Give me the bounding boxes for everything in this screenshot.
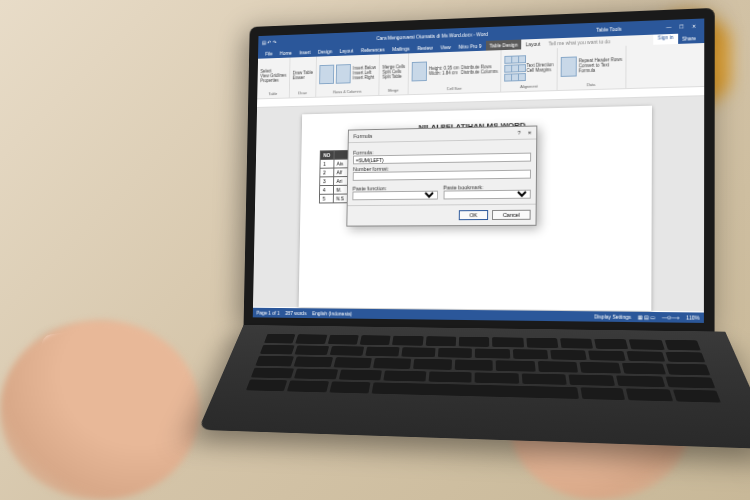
document-area[interactable]: NILAI PELATIHAN MS WORD NF COMPUTER NOJU… [253,96,704,311]
language-status[interactable]: English (Indonesia) [312,310,352,316]
align-mr[interactable] [518,64,526,72]
word-count[interactable]: 287 words [285,310,306,316]
minimize-button[interactable]: — [663,24,675,31]
properties-button[interactable]: Properties [260,78,286,84]
align-tr[interactable] [519,55,527,63]
left-hand [0,320,200,500]
insert-above-button[interactable] [336,64,351,84]
distribute-columns-button[interactable]: Distribute Columns [461,68,498,74]
paste-function-select[interactable] [352,191,437,201]
formula-button[interactable]: Formula [578,67,622,73]
group-cell-size: Height: 0.35 cm Width: 1.84 cm Distribut… [408,50,502,94]
delete-button[interactable] [319,64,334,84]
group-merge: Merge Cells Split Cells Split Table Merg… [379,53,409,95]
insert-right-button[interactable]: Insert Right [353,75,376,81]
autofit-button[interactable] [411,61,426,81]
page-status[interactable]: Page 1 of 1 [256,310,279,316]
quick-access[interactable]: ▤ ↶ ↷ [262,39,276,45]
cell-margins-button[interactable]: Cell Margins [526,67,553,73]
maximize-button[interactable]: ☐ [675,23,688,30]
formula-dialog: Formula ? × Formula: Number format: [346,125,537,226]
split-table-button[interactable]: Split Table [382,74,405,80]
align-br[interactable] [518,73,526,81]
group-rows-columns: Insert Below Insert Left Insert Right Ro… [316,54,379,96]
share-button[interactable]: Share [678,33,700,44]
paste-bookmark-select[interactable] [443,190,531,200]
dialog-help-button[interactable]: ? [518,130,521,136]
display-settings[interactable]: Display Settings [594,313,631,320]
group-table: Select View Gridlines Properties Table [257,58,290,99]
width-input[interactable]: 1.84 cm [442,70,457,75]
sort-button[interactable] [560,56,576,76]
view-buttons[interactable]: ▦ ▤ ▭ [637,314,656,320]
laptop-keyboard [198,325,750,449]
formula-input[interactable] [353,153,531,165]
close-window-button[interactable]: ✕ [688,23,701,30]
eraser-button[interactable]: Eraser [292,74,313,79]
table-tools-label: Table Tools [596,26,621,33]
word-window: ▤ ↶ ↷ Cara Mengonversi Otomatis di Ms Wo… [253,19,705,323]
laptop: ▤ ↶ ↷ Cara Mengonversi Otomatis di Ms Wo… [240,7,725,497]
number-format-input[interactable] [353,170,531,181]
zoom-level[interactable]: 110% [686,314,700,320]
tab-file[interactable]: File [262,49,277,59]
zoom-slider[interactable]: —⊙—+ [662,314,680,320]
ok-button[interactable]: OK [459,210,488,220]
group-data: Repeat Header Rows Convert to Text Formu… [557,46,626,90]
dialog-close-button[interactable]: × [528,130,531,136]
group-draw: Draw Table Eraser Draw [289,57,317,98]
laptop-bezel: ▤ ↶ ↷ Cara Mengonversi Otomatis di Ms Wo… [244,8,715,334]
col-no: NO [320,151,334,160]
group-alignment: Text Direction Cell Margins Alignment [502,48,558,91]
photo-background: ▤ ↶ ↷ Cara Mengonversi Otomatis di Ms Wo… [0,0,750,500]
cancel-button[interactable]: Cancel [492,210,531,220]
dialog-title: Formula [353,133,372,139]
sign-in-button[interactable]: Sign in [654,34,678,45]
